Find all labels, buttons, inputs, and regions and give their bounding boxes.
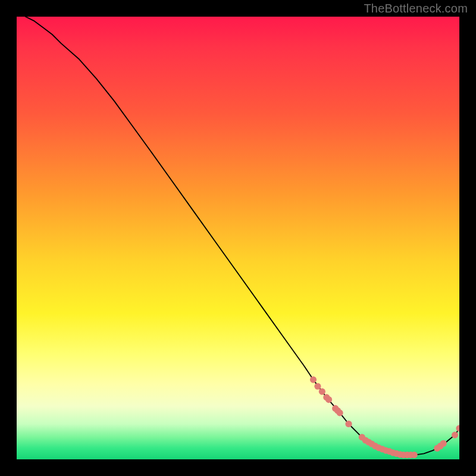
curve-line bbox=[26, 17, 459, 455]
svg-point-0 bbox=[310, 377, 317, 383]
highlight-points bbox=[310, 377, 459, 459]
watermark-text: TheBottleneck.com bbox=[364, 2, 468, 15]
svg-point-4 bbox=[325, 396, 332, 403]
svg-point-2 bbox=[319, 389, 325, 395]
svg-point-27 bbox=[440, 440, 447, 447]
chart-container: TheBottleneck.com bbox=[0, 0, 476, 476]
svg-point-7 bbox=[337, 409, 343, 416]
plot-area bbox=[17, 17, 459, 459]
svg-point-1 bbox=[314, 383, 321, 390]
chart-overlay bbox=[17, 17, 459, 459]
svg-point-29 bbox=[456, 425, 459, 431]
svg-point-28 bbox=[452, 432, 458, 439]
svg-point-24 bbox=[411, 452, 418, 458]
svg-point-8 bbox=[345, 421, 352, 427]
